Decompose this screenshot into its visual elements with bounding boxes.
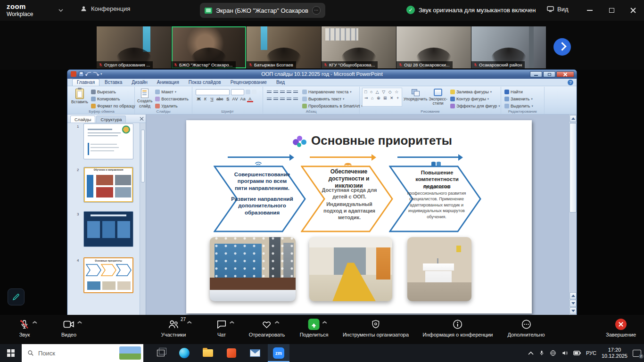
reset-button[interactable]: Восстановить <box>154 96 190 102</box>
end-meeting-button[interactable]: Завершение <box>606 319 636 337</box>
shapes-gallery-row1[interactable]: □ ○ △ ▽ ◇ ☆ <box>364 89 400 95</box>
audio-caret[interactable] <box>33 320 37 323</box>
shapes-gallery-row2[interactable]: ⇒ ⌂ ⊕ ⊞ ✕ + <box>364 95 400 101</box>
video-tile[interactable]: Батыржан Бозтаев <box>247 26 321 68</box>
tab-options-icon[interactable]: ⋯ <box>312 6 321 15</box>
browser-app-button[interactable] <box>221 344 242 362</box>
search-highlight-image[interactable] <box>119 346 141 360</box>
scroll-up-button[interactable] <box>570 115 577 122</box>
shape-outline-button[interactable]: Контур фигуры▾ <box>449 96 501 102</box>
font-name-box[interactable] <box>196 89 230 95</box>
italic-button[interactable]: К <box>202 96 208 102</box>
minimize-button[interactable] <box>579 0 601 21</box>
next-participants-button[interactable] <box>553 38 571 56</box>
start-button[interactable] <box>0 344 22 362</box>
scrollbar-thumb[interactable] <box>570 123 577 213</box>
align-left-icon[interactable] <box>266 97 272 102</box>
network-icon[interactable] <box>550 350 556 356</box>
meeting-info-button[interactable]: Информация о конференции <box>423 319 493 337</box>
tab-review[interactable]: Рецензирование <box>226 79 271 86</box>
host-tools-button[interactable]: Инструменты организатора <box>343 319 409 337</box>
video-tile[interactable]: Отдел образования ... <box>97 26 171 68</box>
video-tile[interactable]: КГУ "Общеобразова... <box>322 26 396 68</box>
react-caret[interactable] <box>275 320 279 323</box>
taskbar-search[interactable]: Поиск <box>22 344 143 362</box>
tab-insert[interactable]: Вставка <box>100 79 126 86</box>
pane-scrollbar[interactable] <box>140 123 146 315</box>
strikethrough-button[interactable]: abc <box>215 96 224 102</box>
tray-mic-icon[interactable] <box>539 350 545 356</box>
increase-indent-icon[interactable] <box>286 90 292 95</box>
numbering-icon[interactable] <box>273 90 279 95</box>
taskbar-clock[interactable]: 17:20 10.12.2025 <box>602 347 627 359</box>
cut-button[interactable]: Вырезать <box>90 89 136 95</box>
pane-tab-slides[interactable]: Слайды <box>70 115 95 123</box>
tab-design[interactable]: Дизайн <box>127 79 152 86</box>
justify-icon[interactable] <box>286 97 292 102</box>
slide-2-preview[interactable]: Обучение и направления <box>83 167 133 203</box>
participants-button[interactable]: 27 Участники <box>161 319 186 337</box>
text-direction-button[interactable]: Направление текста▾ <box>301 89 363 95</box>
font-size-box[interactable] <box>231 89 244 95</box>
zoom-app-button[interactable]: zm <box>268 344 289 362</box>
audio-button[interactable]: Звук <box>19 319 30 337</box>
shape-fill-button[interactable]: Заливка фигуры▾ <box>449 89 501 95</box>
underline-button[interactable]: Ч <box>209 96 215 102</box>
align-right-icon[interactable] <box>280 97 285 102</box>
close-button[interactable] <box>622 0 644 21</box>
tab-conference[interactable]: Конференция <box>80 5 130 12</box>
tab-home[interactable]: Главная <box>72 79 99 86</box>
tab-slideshow[interactable]: Показ слайдов <box>184 79 225 86</box>
paste-button[interactable]: Вставить <box>71 88 88 109</box>
columns-icon[interactable] <box>293 97 298 102</box>
chat-caret[interactable] <box>230 320 234 323</box>
view-button[interactable]: Вид <box>547 6 569 13</box>
video-caret[interactable] <box>77 320 82 323</box>
slide-3-preview[interactable] <box>83 211 133 247</box>
select-button[interactable]: Выделить▾ <box>504 103 542 109</box>
save-icon[interactable] <box>79 72 84 77</box>
annotate-button[interactable] <box>8 288 25 305</box>
language-indicator[interactable]: РУС <box>586 350 596 356</box>
volume-icon[interactable] <box>561 350 568 356</box>
decrease-indent-icon[interactable] <box>280 90 285 95</box>
undo-icon[interactable] <box>86 72 91 76</box>
slide-1-preview[interactable] <box>83 123 133 159</box>
font-color-button[interactable]: А <box>247 96 253 102</box>
shape-effects-button[interactable]: Эффекты для фигур▾ <box>449 103 501 109</box>
more-button[interactable]: Дополнительно <box>507 319 545 337</box>
tab-view[interactable]: Вид <box>272 79 289 86</box>
copy-button[interactable]: Копировать <box>90 96 136 102</box>
slide-4-preview[interactable]: Основные приоритеты <box>83 257 133 293</box>
ppt-restore-button[interactable] <box>543 71 555 77</box>
grow-font-icon[interactable] <box>246 90 250 94</box>
pane-close-icon[interactable] <box>140 116 144 121</box>
share-caret[interactable] <box>322 320 327 323</box>
next-slide-button[interactable] <box>570 300 577 307</box>
file-explorer-button[interactable] <box>197 344 219 362</box>
redo-icon[interactable] <box>93 72 98 76</box>
participants-caret[interactable] <box>187 320 191 323</box>
chevron-down-icon[interactable] <box>58 8 63 13</box>
align-text-button[interactable]: Выровнять текст▾ <box>301 96 363 102</box>
qat-dropdown-icon[interactable]: ▾ <box>100 72 102 76</box>
new-slide-button[interactable]: Создать слайд <box>137 88 152 109</box>
mail-app-button[interactable] <box>244 344 266 362</box>
task-view-button[interactable] <box>150 344 172 362</box>
clear-formatting-icon[interactable] <box>252 90 256 94</box>
tab-animation[interactable]: Анимация <box>153 79 183 86</box>
character-spacing-button[interactable]: АV <box>231 96 239 102</box>
slide-scrollbar[interactable] <box>569 115 577 315</box>
tab-shared-screen[interactable]: Экран (БЖО "Жастар" Осакаров ⋯ <box>200 3 325 18</box>
ppt-close-button[interactable] <box>556 71 574 77</box>
show-hidden-icons[interactable] <box>528 351 534 355</box>
replace-button[interactable]: Заменить▾ <box>504 96 542 102</box>
share-button[interactable]: Поделиться <box>300 319 329 337</box>
chat-button[interactable]: Чат <box>216 319 227 337</box>
scroll-down-button[interactable] <box>570 307 577 314</box>
action-center-icon[interactable]: 2 <box>633 350 641 357</box>
bold-button[interactable]: Ж <box>196 96 202 102</box>
react-button[interactable]: Отреагировать <box>249 319 285 337</box>
edge-button[interactable] <box>173 344 195 362</box>
arrange-button[interactable]: Упорядочить <box>404 88 427 109</box>
